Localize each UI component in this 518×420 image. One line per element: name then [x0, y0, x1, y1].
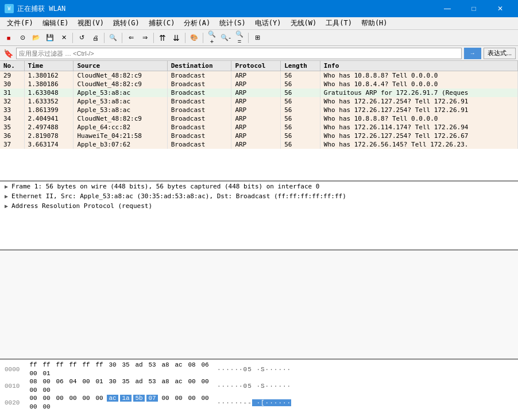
hex-byte: ff — [41, 361, 52, 368]
hex-ascii: ······05 ·S······ — [217, 383, 291, 390]
zoom-reset-button[interactable]: 🔍= — [233, 32, 246, 44]
col-source[interactable]: Source — [74, 61, 167, 71]
filter-expr-button[interactable]: 表达式... — [484, 48, 516, 59]
nav-back-button[interactable]: ⇐ — [125, 32, 137, 44]
title-bar-controls[interactable]: — □ ✕ — [434, 0, 513, 17]
table-row[interactable]: 321.633352Apple_53:a8:acBroadcastARP56Wh… — [0, 97, 518, 106]
stop-capture-button[interactable]: ■ — [2, 32, 15, 44]
col-length[interactable]: Length — [281, 61, 320, 71]
cell-protocol: ARP — [231, 123, 281, 132]
cell-length: 56 — [281, 106, 320, 114]
menu-file[interactable]: 文件(F) — [2, 17, 38, 29]
separator-7 — [248, 33, 249, 43]
cell-info: Who has 172.26.127.254? Tell 172.26.91 — [320, 106, 517, 114]
cell-source: Apple_53:a8:ac — [74, 106, 167, 114]
hex-byte: 06 — [199, 361, 211, 368]
hex-byte: 53 — [146, 378, 158, 385]
cell-time: 2.819078 — [24, 132, 74, 140]
cell-length: 56 — [281, 80, 320, 88]
col-dest[interactable]: Destination — [167, 61, 231, 71]
filter-apply-button[interactable]: → — [464, 48, 481, 59]
col-time[interactable]: Time — [24, 61, 74, 71]
col-proto[interactable]: Protocol — [231, 61, 281, 71]
hex-byte: 35 — [120, 361, 132, 368]
open-button[interactable]: 📂 — [30, 32, 42, 44]
hex-byte: ad — [133, 361, 145, 368]
menu-view[interactable]: 视图(V) — [73, 17, 109, 29]
print-button[interactable]: 🖨 — [89, 32, 102, 44]
table-row[interactable]: 352.497488Apple_64:cc:82BroadcastARP56Wh… — [0, 123, 518, 132]
table-header: No. Time Source Destination Protocol Len… — [0, 61, 518, 71]
cell-protocol: ARP — [231, 80, 281, 88]
table-row[interactable]: 301.380186CloudNet_48:82:c9BroadcastARP5… — [0, 80, 518, 88]
packet-list[interactable]: No. Time Source Destination Protocol Len… — [0, 61, 518, 182]
hex-ascii: ······-- ·[······ — [217, 399, 291, 406]
cell-no: 33 — [0, 106, 24, 114]
menu-jump[interactable]: 跳转(G) — [109, 17, 144, 29]
detail-ethernet[interactable]: ▶ Ethernet II, Src: Apple_53:a8:ac (30:3… — [0, 191, 518, 201]
menu-edit[interactable]: 编辑(E) — [38, 17, 74, 29]
hex-byte: ff — [94, 361, 105, 368]
cell-destination: Broadcast — [167, 88, 231, 97]
window-title: 正在捕获 WLAN — [17, 4, 65, 14]
filter-bookmark-button[interactable]: 🔖 — [2, 47, 14, 60]
detail-arp[interactable]: ▶ Address Resolution Protocol (request) — [0, 201, 518, 211]
expand-icon: ▶ — [5, 193, 8, 199]
hex-byte: 00 — [80, 378, 92, 385]
cell-no: 31 — [0, 88, 24, 97]
hex-offset: 0010 — [5, 383, 28, 390]
col-no[interactable]: No. — [0, 61, 24, 71]
zoom-out-button[interactable]: 🔍- — [219, 32, 232, 44]
find-button[interactable]: 🔍 — [107, 32, 119, 44]
menu-stats[interactable]: 统计(S) — [215, 17, 250, 29]
menu-analyze[interactable]: 分析(A) — [179, 17, 215, 29]
hex-byte: 00 — [67, 395, 79, 402]
separator-4 — [153, 33, 154, 43]
filter-input[interactable] — [16, 48, 462, 59]
save-button[interactable]: 💾 — [44, 32, 56, 44]
cell-length: 56 — [281, 123, 320, 132]
cell-length: 56 — [281, 97, 320, 106]
table-row[interactable]: 362.819078HuaweiTe_04:21:58BroadcastARP5… — [0, 132, 518, 140]
col-info[interactable]: Info — [320, 61, 517, 71]
hex-byte: 00 — [199, 378, 211, 385]
detail-ethernet-text: Ethernet II, Src: Apple_53:a8:ac (30:35:… — [11, 192, 346, 200]
colorize-button[interactable]: 🎨 — [188, 32, 200, 44]
cell-source: Apple_b3:07:62 — [74, 140, 167, 149]
menu-help[interactable]: 帮助(H) — [357, 17, 392, 29]
table-row[interactable]: 291.380162CloudNet_48:82:c9BroadcastARP5… — [0, 71, 518, 80]
jump-first-button[interactable]: ⇈ — [156, 32, 169, 44]
cell-no: 29 — [0, 71, 24, 80]
table-row[interactable]: 331.861399Apple_53:a8:acBroadcastARP56Wh… — [0, 106, 518, 114]
detail-frame-text: Frame 1: 56 bytes on wire (448 bits), 56… — [11, 183, 319, 190]
close-button[interactable]: ✕ — [487, 0, 513, 17]
maximize-button[interactable]: □ — [461, 0, 487, 17]
cell-protocol: ARP — [231, 88, 281, 97]
cell-no: 35 — [0, 123, 24, 132]
separator-3 — [122, 33, 122, 43]
restart-capture-button[interactable]: ⊙ — [16, 32, 29, 44]
hex-byte: 00 — [41, 378, 52, 385]
cell-destination: Broadcast — [167, 140, 231, 149]
hex-dump: 0000ffffffffffff3035ad53a8ac08060001····… — [0, 360, 518, 420]
cell-destination: Broadcast — [167, 71, 231, 80]
hex-byte: 00 — [199, 395, 211, 402]
cell-source: CloudNet_48:82:c9 — [74, 114, 167, 123]
jump-last-button[interactable]: ⇊ — [170, 32, 183, 44]
menu-phone[interactable]: 电话(Y) — [250, 17, 286, 29]
table-row[interactable]: 373.663174Apple_b3:07:62BroadcastARP56Wh… — [0, 140, 518, 149]
menu-tools[interactable]: 工具(T) — [321, 17, 357, 29]
reload-button[interactable]: ↺ — [75, 32, 88, 44]
minimize-button[interactable]: — — [434, 0, 461, 17]
separator-1 — [72, 33, 73, 43]
menu-capture[interactable]: 捕获(C) — [144, 17, 180, 29]
zoom-in-button[interactable]: 🔍+ — [206, 32, 218, 44]
resize-columns-button[interactable]: ⊞ — [251, 32, 264, 44]
cell-no: 30 — [0, 80, 24, 88]
table-row[interactable]: 311.633048Apple_53:a8:acBroadcastARP56Gr… — [0, 88, 518, 97]
nav-fwd-button[interactable]: ⇒ — [138, 32, 151, 44]
detail-frame[interactable]: ▶ Frame 1: 56 bytes on wire (448 bits), … — [0, 182, 518, 191]
table-row[interactable]: 342.404941CloudNet_48:82:c9BroadcastARP5… — [0, 114, 518, 123]
menu-wireless[interactable]: 无线(W) — [286, 17, 322, 29]
close-capture-button[interactable]: ✕ — [57, 32, 70, 44]
